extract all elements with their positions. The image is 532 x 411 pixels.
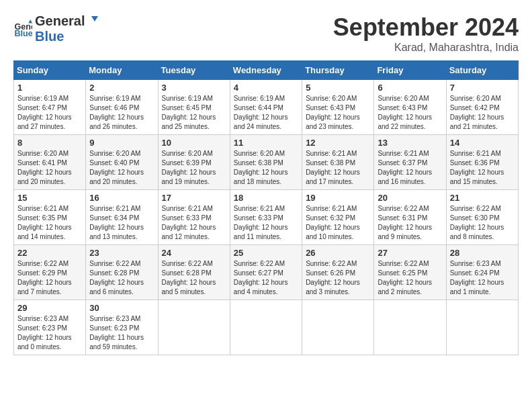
calendar-week-row: 8 Sunrise: 6:20 AM Sunset: 6:41 PM Dayli… (14, 135, 519, 190)
day-info: Sunrise: 6:23 AM Sunset: 6:24 PM Dayligh… (450, 259, 515, 297)
sunset-text: Sunset: 6:45 PM (162, 104, 212, 111)
day-info: Sunrise: 6:19 AM Sunset: 6:45 PM Dayligh… (162, 94, 226, 132)
sunset-text: Sunset: 6:46 PM (89, 104, 139, 111)
daylight-text: Daylight: 12 hours and 3 minutes. (306, 279, 360, 295)
sunset-text: Sunset: 6:28 PM (162, 269, 212, 277)
logo-general-text: General (35, 13, 85, 29)
calendar-day-cell: 18 Sunrise: 6:21 AM Sunset: 6:33 PM Dayl… (230, 190, 302, 245)
sunset-text: Sunset: 6:43 PM (306, 104, 355, 111)
sunrise-text: Sunrise: 6:20 AM (378, 95, 429, 102)
day-info: Sunrise: 6:22 AM Sunset: 6:31 PM Dayligh… (378, 204, 442, 242)
daylight-text: Daylight: 12 hours and 2 minutes. (378, 279, 432, 295)
calendar-day-cell: 28 Sunrise: 6:23 AM Sunset: 6:24 PM Dayl… (446, 245, 518, 300)
sunrise-text: Sunrise: 6:19 AM (17, 95, 69, 102)
sunrise-text: Sunrise: 6:19 AM (234, 95, 285, 102)
calendar-day-cell: 27 Sunrise: 6:22 AM Sunset: 6:25 PM Dayl… (374, 245, 446, 300)
sunset-text: Sunset: 6:36 PM (450, 159, 500, 167)
calendar-day-cell: 7 Sunrise: 6:20 AM Sunset: 6:42 PM Dayli… (446, 80, 518, 135)
day-info: Sunrise: 6:22 AM Sunset: 6:28 PM Dayligh… (162, 259, 226, 297)
calendar-week-row: 29 Sunrise: 6:23 AM Sunset: 6:23 PM Dayl… (14, 300, 519, 355)
day-number: 5 (306, 83, 370, 93)
sunrise-text: Sunrise: 6:23 AM (17, 315, 69, 322)
daylight-text: Daylight: 12 hours and 10 minutes. (306, 224, 360, 240)
sunrise-text: Sunrise: 6:22 AM (17, 260, 69, 267)
month-title: September 2024 (333, 13, 519, 42)
calendar-day-cell: 1 Sunrise: 6:19 AM Sunset: 6:47 PM Dayli… (14, 80, 86, 135)
day-info: Sunrise: 6:21 AM Sunset: 6:32 PM Dayligh… (306, 204, 370, 242)
day-info: Sunrise: 6:20 AM Sunset: 6:43 PM Dayligh… (306, 94, 370, 132)
sunset-text: Sunset: 6:40 PM (89, 159, 139, 167)
calendar-week-row: 22 Sunrise: 6:22 AM Sunset: 6:29 PM Dayl… (14, 245, 519, 300)
day-info: Sunrise: 6:21 AM Sunset: 6:36 PM Dayligh… (450, 149, 515, 187)
day-info: Sunrise: 6:23 AM Sunset: 6:23 PM Dayligh… (17, 314, 82, 352)
day-number: 23 (89, 248, 154, 258)
calendar-day-cell: 5 Sunrise: 6:20 AM Sunset: 6:43 PM Dayli… (302, 80, 374, 135)
sunrise-text: Sunrise: 6:22 AM (306, 260, 357, 267)
day-info: Sunrise: 6:22 AM Sunset: 6:26 PM Dayligh… (306, 259, 370, 297)
sunset-text: Sunset: 6:34 PM (89, 214, 139, 222)
svg-text:Blue: Blue (14, 29, 32, 38)
sunset-text: Sunset: 6:38 PM (234, 159, 283, 167)
column-header-tuesday: Tuesday (158, 61, 230, 80)
day-info: Sunrise: 6:23 AM Sunset: 6:23 PM Dayligh… (89, 314, 154, 352)
day-number: 7 (450, 83, 515, 93)
sunset-text: Sunset: 6:43 PM (378, 104, 427, 111)
day-number: 9 (89, 138, 154, 148)
day-number: 13 (378, 138, 442, 148)
daylight-text: Daylight: 12 hours and 23 minutes. (306, 113, 360, 130)
header: General Blue General Blue September 2024… (13, 13, 519, 54)
day-info: Sunrise: 6:20 AM Sunset: 6:43 PM Dayligh… (378, 94, 442, 132)
sunrise-text: Sunrise: 6:20 AM (234, 150, 285, 157)
empty-cell (158, 300, 230, 355)
svg-marker-3 (91, 16, 98, 21)
day-info: Sunrise: 6:21 AM Sunset: 6:38 PM Dayligh… (306, 149, 370, 187)
calendar-day-cell: 2 Sunrise: 6:19 AM Sunset: 6:46 PM Dayli… (86, 80, 158, 135)
calendar-day-cell: 22 Sunrise: 6:22 AM Sunset: 6:29 PM Dayl… (14, 245, 86, 300)
column-header-friday: Friday (374, 61, 446, 80)
sunrise-text: Sunrise: 6:19 AM (89, 95, 140, 102)
day-info: Sunrise: 6:22 AM Sunset: 6:30 PM Dayligh… (450, 204, 515, 242)
column-header-wednesday: Wednesday (230, 61, 302, 80)
day-number: 28 (450, 248, 515, 258)
day-info: Sunrise: 6:19 AM Sunset: 6:44 PM Dayligh… (234, 94, 298, 132)
calendar-day-cell: 26 Sunrise: 6:22 AM Sunset: 6:26 PM Dayl… (302, 245, 374, 300)
sunrise-text: Sunrise: 6:22 AM (162, 260, 213, 267)
sunset-text: Sunset: 6:23 PM (17, 324, 67, 332)
day-info: Sunrise: 6:19 AM Sunset: 6:47 PM Dayligh… (17, 94, 82, 132)
calendar-day-cell: 23 Sunrise: 6:22 AM Sunset: 6:28 PM Dayl… (86, 245, 158, 300)
day-info: Sunrise: 6:22 AM Sunset: 6:29 PM Dayligh… (17, 259, 82, 297)
daylight-text: Daylight: 12 hours and 13 minutes. (89, 224, 144, 240)
day-number: 14 (450, 138, 515, 148)
sunrise-text: Sunrise: 6:20 AM (306, 95, 357, 102)
calendar-day-cell: 16 Sunrise: 6:21 AM Sunset: 6:34 PM Dayl… (86, 190, 158, 245)
daylight-text: Daylight: 12 hours and 4 minutes. (234, 279, 288, 295)
logo-arrow-icon (86, 15, 99, 28)
day-info: Sunrise: 6:20 AM Sunset: 6:42 PM Dayligh… (450, 94, 515, 132)
sunset-text: Sunset: 6:39 PM (162, 159, 212, 167)
day-number: 1 (17, 83, 82, 93)
daylight-text: Daylight: 12 hours and 5 minutes. (162, 279, 216, 295)
day-number: 27 (378, 248, 442, 258)
empty-cell (374, 300, 446, 355)
daylight-text: Daylight: 12 hours and 11 minutes. (234, 224, 288, 240)
calendar-day-cell: 15 Sunrise: 6:21 AM Sunset: 6:35 PM Dayl… (14, 190, 86, 245)
title-area: September 2024 Karad, Maharashtra, India (333, 13, 519, 54)
day-info: Sunrise: 6:20 AM Sunset: 6:38 PM Dayligh… (234, 149, 298, 187)
day-info: Sunrise: 6:20 AM Sunset: 6:39 PM Dayligh… (162, 149, 226, 187)
sunrise-text: Sunrise: 6:21 AM (450, 150, 501, 157)
day-number: 8 (17, 138, 82, 148)
calendar-day-cell: 25 Sunrise: 6:22 AM Sunset: 6:27 PM Dayl… (230, 245, 302, 300)
calendar-day-cell: 4 Sunrise: 6:19 AM Sunset: 6:44 PM Dayli… (230, 80, 302, 135)
day-info: Sunrise: 6:19 AM Sunset: 6:46 PM Dayligh… (89, 94, 154, 132)
daylight-text: Daylight: 12 hours and 27 minutes. (17, 113, 72, 130)
daylight-text: Daylight: 12 hours and 12 minutes. (162, 224, 216, 240)
logo: General Blue General Blue (13, 13, 99, 44)
day-info: Sunrise: 6:21 AM Sunset: 6:33 PM Dayligh… (162, 204, 226, 242)
sunrise-text: Sunrise: 6:22 AM (89, 260, 140, 267)
sunrise-text: Sunrise: 6:21 AM (378, 150, 429, 157)
sunrise-text: Sunrise: 6:21 AM (306, 150, 357, 157)
sunrise-text: Sunrise: 6:21 AM (234, 205, 285, 212)
sunrise-text: Sunrise: 6:22 AM (378, 205, 429, 212)
calendar-table: SundayMondayTuesdayWednesdayThursdayFrid… (13, 60, 519, 355)
daylight-text: Daylight: 12 hours and 9 minutes. (378, 224, 432, 240)
